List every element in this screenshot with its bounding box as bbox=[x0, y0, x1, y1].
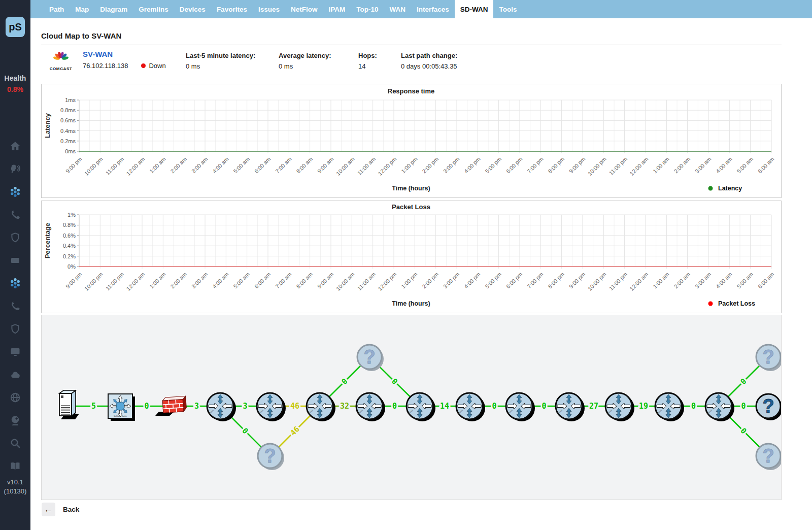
svg-text:12:00 am: 12:00 am bbox=[125, 156, 146, 177]
svg-text:Packet Loss: Packet Loss bbox=[718, 300, 755, 307]
unknown-bottom-node bbox=[258, 444, 284, 470]
svg-text:0.8ms: 0.8ms bbox=[60, 107, 76, 113]
title-divider bbox=[41, 45, 782, 45]
stat-0: Last-5 minute latency:0 ms bbox=[186, 52, 255, 70]
shield-icon[interactable] bbox=[9, 323, 21, 335]
unknown-top-node bbox=[357, 345, 384, 371]
svg-text:1:00 am: 1:00 am bbox=[148, 156, 167, 175]
svg-text:4:00 am: 4:00 am bbox=[211, 271, 230, 290]
tab-path[interactable]: Path bbox=[44, 0, 70, 18]
back-button[interactable]: ← bbox=[42, 503, 55, 516]
svg-text:5:00 am: 5:00 am bbox=[735, 156, 754, 175]
svg-text:4:00 am: 4:00 am bbox=[715, 156, 733, 175]
tab-top-10[interactable]: Top-10 bbox=[351, 0, 384, 18]
svg-text:3: 3 bbox=[194, 402, 199, 411]
page-title: Cloud Map to SV-WAN bbox=[41, 31, 121, 40]
router-10-node[interactable] bbox=[655, 393, 684, 421]
cluster-icon[interactable] bbox=[9, 186, 21, 198]
router-8-node[interactable] bbox=[556, 393, 585, 421]
svg-text:14: 14 bbox=[440, 402, 449, 411]
svg-text:6:00 am: 6:00 am bbox=[757, 156, 775, 175]
svg-text:12:00 am: 12:00 am bbox=[628, 156, 649, 177]
tab-devices[interactable]: Devices bbox=[174, 0, 211, 18]
router-7-node[interactable] bbox=[506, 393, 535, 421]
svg-text:27: 27 bbox=[589, 402, 598, 411]
shield-icon[interactable] bbox=[9, 231, 21, 244]
svg-text:9:00 am: 9:00 am bbox=[316, 271, 335, 290]
svg-text:12:00 am: 12:00 am bbox=[125, 271, 146, 292]
svg-text:9:00 pm: 9:00 pm bbox=[64, 156, 83, 175]
search-icon[interactable] bbox=[9, 437, 21, 449]
unknown-right-top-node: - bbox=[756, 345, 781, 371]
back-arrow-icon: ← bbox=[44, 505, 53, 515]
main-content: Cloud Map to SV-WAN COMCAST SV-WAN 76.10… bbox=[30, 18, 812, 530]
monitor-icon[interactable] bbox=[9, 346, 21, 358]
phone-icon[interactable] bbox=[9, 209, 21, 221]
router-9-node[interactable] bbox=[605, 393, 634, 421]
svg-text:9:00 pm: 9:00 pm bbox=[568, 271, 587, 290]
home-icon[interactable] bbox=[9, 140, 21, 152]
server-node[interactable] bbox=[59, 390, 79, 419]
router-2-node[interactable] bbox=[257, 393, 286, 421]
svg-text:10:00 am: 10:00 am bbox=[335, 271, 356, 292]
cluster-icon[interactable] bbox=[9, 277, 21, 289]
tab-tools[interactable]: Tools bbox=[493, 0, 522, 18]
app-logo[interactable]: pS bbox=[6, 17, 25, 37]
svg-text:10:00 am: 10:00 am bbox=[335, 156, 356, 177]
panel-icon[interactable] bbox=[9, 254, 21, 267]
tab-wan[interactable]: WAN bbox=[384, 0, 411, 18]
svg-text:11:00 pm: 11:00 pm bbox=[105, 271, 125, 291]
globe-icon[interactable] bbox=[9, 391, 21, 404]
tab-diagram[interactable]: Diagram bbox=[94, 0, 133, 18]
svg-text:32: 32 bbox=[340, 402, 349, 411]
svg-text:1:00 am: 1:00 am bbox=[652, 156, 670, 175]
router-11-node[interactable] bbox=[705, 393, 734, 421]
tab-sd-wan[interactable]: SD-WAN bbox=[455, 0, 494, 18]
phone-icon[interactable] bbox=[9, 300, 21, 312]
back-row: ← Back bbox=[42, 503, 79, 516]
sidebar: pS Health 0.8% v10.1 (10130) bbox=[0, 0, 30, 530]
svg-text:7:00 pm: 7:00 pm bbox=[526, 271, 545, 290]
stat-1: Average latency:0 ms bbox=[279, 52, 331, 70]
network-path-map: 50334632014002719004600000--- bbox=[41, 315, 782, 500]
tab-ipam[interactable]: IPAM bbox=[323, 0, 351, 18]
svg-text:4:00 am: 4:00 am bbox=[211, 156, 230, 175]
router-5-node[interactable] bbox=[407, 393, 435, 421]
svg-text:3:00 am: 3:00 am bbox=[694, 156, 713, 175]
svg-text:19: 19 bbox=[639, 402, 648, 411]
target-name-link[interactable]: SV-WAN bbox=[83, 50, 166, 58]
packet-loss-chart: Packet LossPercentage1%0.8%0.6%0.4%0.2%0… bbox=[41, 201, 782, 313]
svg-text:6:00 am: 6:00 am bbox=[253, 271, 272, 290]
svg-text:7:00 am: 7:00 am bbox=[274, 156, 293, 175]
tab-gremlins[interactable]: Gremlins bbox=[133, 0, 174, 18]
announcements-icon[interactable] bbox=[9, 163, 21, 175]
router-4-node[interactable] bbox=[356, 393, 385, 421]
router-3-node[interactable] bbox=[307, 393, 335, 421]
health-label: Health bbox=[0, 74, 30, 82]
svg-text:Latency: Latency bbox=[718, 185, 742, 192]
back-label: Back bbox=[63, 506, 79, 513]
svg-text:8:00 am: 8:00 am bbox=[295, 271, 314, 290]
tab-interfaces[interactable]: Interfaces bbox=[411, 0, 455, 18]
svg-text:0.4ms: 0.4ms bbox=[60, 128, 76, 134]
tab-favorites[interactable]: Favorites bbox=[211, 0, 253, 18]
tab-issues[interactable]: Issues bbox=[253, 0, 285, 18]
crystal-ball-icon[interactable] bbox=[9, 414, 21, 426]
svg-text:5:00 pm: 5:00 pm bbox=[484, 156, 502, 175]
status-badge: Down bbox=[141, 62, 165, 70]
router-6-node[interactable] bbox=[456, 393, 485, 421]
book-icon[interactable] bbox=[9, 460, 21, 472]
svg-text:6:00 pm: 6:00 pm bbox=[505, 156, 524, 175]
svg-text:10:00 pm: 10:00 pm bbox=[83, 271, 104, 292]
tab-netflow[interactable]: NetFlow bbox=[285, 0, 323, 18]
cloud-icon[interactable] bbox=[9, 369, 21, 381]
svg-text:5: 5 bbox=[91, 402, 96, 411]
switch-node[interactable] bbox=[108, 394, 135, 421]
tab-map[interactable]: Map bbox=[70, 0, 94, 18]
router-1-node[interactable] bbox=[207, 393, 236, 421]
svg-text:5:00 pm: 5:00 pm bbox=[484, 271, 502, 290]
unknown-right-mid-node[interactable]: - bbox=[756, 394, 781, 420]
svg-text:0: 0 bbox=[492, 402, 496, 411]
svg-text:9:00 pm: 9:00 pm bbox=[568, 156, 587, 175]
svg-text:3:00 pm: 3:00 pm bbox=[442, 271, 461, 290]
